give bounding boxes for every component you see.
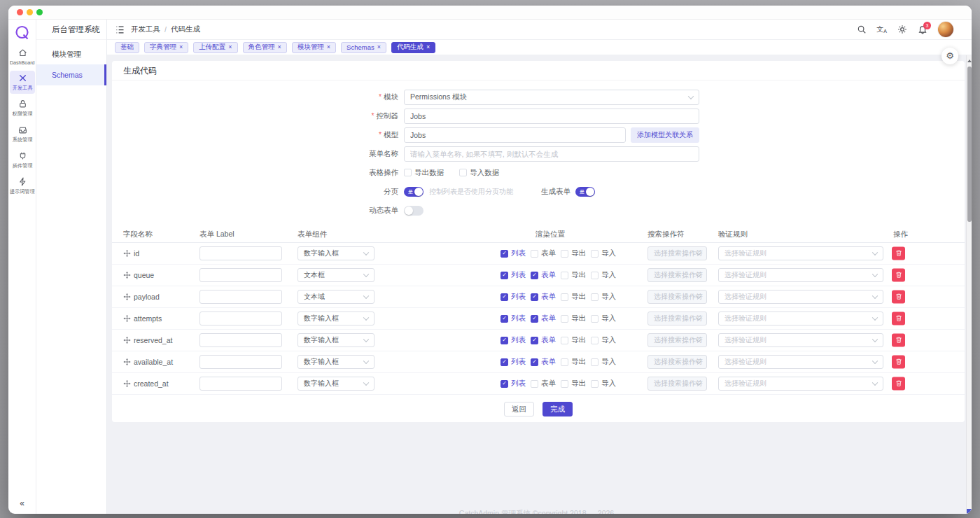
validation-rule-select[interactable]: 选择验证规则: [718, 377, 883, 391]
drag-handle-icon[interactable]: [123, 380, 131, 388]
render-position-checkbox-表单[interactable]: 表单: [531, 335, 556, 345]
delete-row-button[interactable]: [892, 269, 905, 282]
close-tab-icon[interactable]: [278, 44, 281, 50]
render-position-checkbox-表单[interactable]: 表单: [531, 379, 556, 388]
search-operator-select[interactable]: 选择搜索操作符: [648, 246, 707, 260]
render-position-checkbox-导出[interactable]: 导出: [561, 335, 586, 345]
render-position-checkbox-列表[interactable]: 列表: [500, 335, 526, 345]
sidebar-item-2[interactable]: 权限管理: [10, 97, 35, 120]
search-operator-select[interactable]: 选择搜索操作符: [648, 333, 707, 347]
search-operator-select[interactable]: 选择搜索操作符: [648, 355, 707, 369]
render-position-checkbox-列表[interactable]: 列表: [500, 270, 526, 280]
menu-name-input[interactable]: [404, 146, 699, 162]
tab-0[interactable]: 基础: [115, 42, 139, 53]
render-position-checkbox-表单[interactable]: 表单: [531, 357, 556, 367]
validation-rule-select[interactable]: 选择验证规则: [718, 290, 883, 304]
sidebar-item-5[interactable]: 提示词管理: [10, 174, 35, 197]
close-tab-icon[interactable]: [327, 44, 330, 50]
search-operator-select[interactable]: 选择搜索操作符: [648, 268, 707, 282]
form-label-input[interactable]: [200, 333, 282, 347]
render-position-checkbox-导入[interactable]: 导入: [591, 292, 616, 302]
submenu-item-0[interactable]: 模块管理: [36, 43, 106, 64]
render-position-checkbox-导出[interactable]: 导出: [561, 270, 586, 280]
render-position-checkbox-导入[interactable]: 导入: [591, 248, 616, 258]
render-position-checkbox-表单[interactable]: 表单: [531, 270, 556, 280]
close-tab-icon[interactable]: [228, 44, 232, 50]
render-position-checkbox-导出[interactable]: 导出: [561, 248, 586, 258]
search-operator-select[interactable]: 选择搜索操作符: [648, 377, 707, 391]
component-select[interactable]: 数字输入框: [298, 312, 374, 326]
controller-input[interactable]: [404, 108, 699, 124]
form-label-input[interactable]: [200, 312, 282, 326]
render-position-checkbox-导出[interactable]: 导出: [561, 314, 586, 323]
tab-3[interactable]: 角色管理: [243, 42, 287, 53]
tab-5[interactable]: Schemas: [341, 42, 386, 53]
language-icon[interactable]: 文A: [873, 21, 890, 38]
render-position-checkbox-列表[interactable]: 列表: [500, 314, 526, 323]
component-select[interactable]: 文本框: [298, 268, 374, 282]
dynamic-form-toggle[interactable]: [404, 206, 424, 216]
render-position-checkbox-列表[interactable]: 列表: [500, 248, 526, 258]
delete-row-button[interactable]: [892, 334, 905, 347]
delete-row-button[interactable]: [892, 356, 905, 369]
render-position-checkbox-表单[interactable]: 表单: [531, 314, 556, 323]
tab-4[interactable]: 模块管理: [292, 42, 336, 53]
component-select[interactable]: 文本域: [298, 290, 374, 304]
validation-rule-select[interactable]: 选择验证规则: [718, 355, 883, 369]
done-button[interactable]: 完成: [542, 402, 573, 416]
scrollbar-thumb[interactable]: [967, 66, 972, 222]
form-label-input[interactable]: [200, 268, 282, 282]
close-tab-icon[interactable]: [179, 44, 183, 50]
drag-handle-icon[interactable]: [123, 315, 131, 323]
model-input[interactable]: [404, 127, 626, 143]
menu-toggle-icon[interactable]: [115, 24, 125, 35]
render-position-checkbox-导出[interactable]: 导出: [561, 357, 586, 367]
minimize-window-button[interactable]: [27, 9, 33, 15]
submenu-item-1[interactable]: Schemas: [36, 64, 106, 85]
generate-form-toggle[interactable]: 是: [575, 187, 595, 197]
render-position-checkbox-导入[interactable]: 导入: [591, 379, 616, 388]
sidebar-item-4[interactable]: 插件管理: [10, 148, 35, 172]
validation-rule-select[interactable]: 选择验证规则: [718, 268, 883, 282]
sidebar-item-1[interactable]: 开发工具: [10, 71, 35, 94]
add-model-relation-button[interactable]: 添加模型关联关系: [631, 127, 699, 143]
close-tab-icon[interactable]: [377, 44, 381, 50]
component-select[interactable]: 数字输入框: [298, 377, 374, 391]
sidebar-item-3[interactable]: 系统管理: [10, 122, 35, 146]
render-position-checkbox-导入[interactable]: 导入: [591, 357, 616, 367]
render-position-checkbox-导出[interactable]: 导出: [561, 292, 586, 302]
component-select[interactable]: 数字输入框: [298, 355, 374, 369]
scrollbar-up-arrow-icon[interactable]: [967, 59, 972, 62]
search-icon[interactable]: [853, 21, 870, 38]
module-select[interactable]: Permissions 模块: [404, 90, 699, 105]
validation-rule-select[interactable]: 选择验证规则: [718, 246, 883, 260]
render-position-checkbox-列表[interactable]: 列表: [500, 292, 526, 302]
delete-row-button[interactable]: [892, 247, 905, 260]
close-window-button[interactable]: [17, 9, 23, 15]
breadcrumb-item[interactable]: 开发工具: [131, 24, 160, 34]
drag-handle-icon[interactable]: [123, 272, 131, 279]
tab-1[interactable]: 字典管理: [144, 42, 188, 53]
drag-handle-icon[interactable]: [123, 337, 131, 344]
delete-row-button[interactable]: [892, 290, 905, 304]
validation-rule-select[interactable]: 选择验证规则: [718, 333, 883, 347]
settings-gear-button[interactable]: [941, 48, 958, 64]
tab-6[interactable]: 代码生成: [391, 42, 435, 53]
render-position-checkbox-导入[interactable]: 导入: [591, 314, 616, 323]
component-select[interactable]: 数字输入框: [298, 246, 374, 260]
render-position-checkbox-列表[interactable]: 列表: [500, 379, 526, 388]
drag-handle-icon[interactable]: [123, 250, 131, 258]
theme-sun-icon[interactable]: [893, 21, 911, 38]
render-position-checkbox-导入[interactable]: 导入: [591, 335, 616, 345]
validation-rule-select[interactable]: 选择验证规则: [718, 312, 883, 326]
search-operator-select[interactable]: 选择搜索操作符: [648, 290, 707, 304]
render-position-checkbox-导入[interactable]: 导入: [591, 270, 616, 280]
close-tab-icon[interactable]: [426, 44, 430, 50]
search-operator-select[interactable]: 选择搜索操作符: [648, 312, 707, 326]
sidebar-item-0[interactable]: DashBoard: [10, 46, 35, 68]
render-position-checkbox-表单[interactable]: 表单: [531, 292, 556, 302]
zoom-window-button[interactable]: [36, 9, 43, 15]
user-avatar[interactable]: [938, 22, 953, 37]
drag-handle-icon[interactable]: [123, 358, 131, 366]
back-button[interactable]: 返回: [504, 402, 534, 416]
